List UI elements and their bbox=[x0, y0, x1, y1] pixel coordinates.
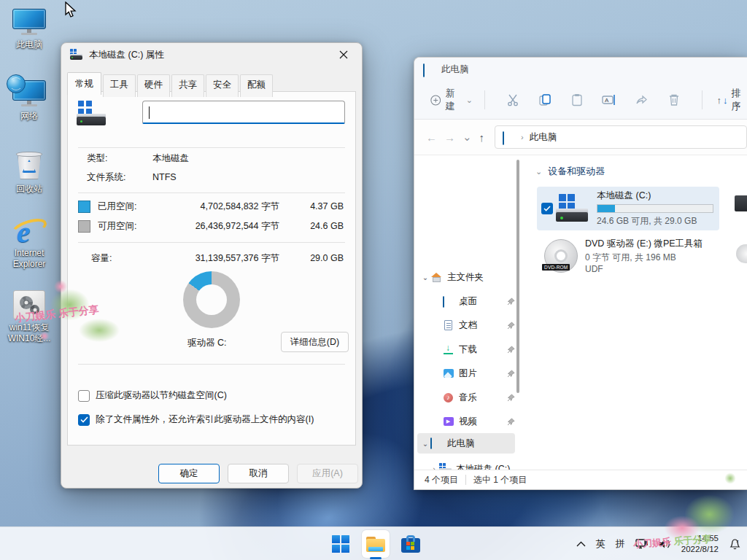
tab-quota[interactable]: 配额 bbox=[240, 74, 273, 97]
up-button[interactable]: ↑ bbox=[479, 131, 485, 144]
cut-button[interactable] bbox=[497, 93, 529, 106]
new-button-label: 新建 bbox=[445, 87, 461, 113]
delete-button[interactable] bbox=[658, 93, 690, 106]
breadcrumb[interactable]: 此电脑 bbox=[530, 131, 557, 144]
chevron-expanded-icon[interactable]: ⌄ bbox=[420, 440, 430, 448]
drive-letter-label: 驱动器 C: bbox=[187, 337, 226, 349]
ime-indicator[interactable]: 拼 bbox=[616, 537, 625, 551]
drive-item-dvd-e[interactable]: DVD-ROM DVD 驱动器 (E:) 微PE工具箱 0 字节 可用, 共 1… bbox=[537, 234, 719, 278]
chevron-expanded-icon[interactable]: ⌄ bbox=[420, 273, 430, 281]
nav-desktop[interactable]: 桌面 bbox=[417, 291, 515, 311]
nav-this-pc[interactable]: ⌄ 此电脑 bbox=[417, 433, 515, 454]
free-space-size: 24.6 GB bbox=[298, 221, 344, 231]
recycle-bin-icon bbox=[15, 150, 44, 181]
selected-checkbox[interactable] bbox=[541, 203, 553, 214]
partial-drive-item[interactable] bbox=[736, 244, 747, 263]
address-bar[interactable]: › 此电脑 bbox=[495, 125, 747, 149]
index-checkbox[interactable] bbox=[78, 414, 90, 426]
type-value: 本地磁盘 bbox=[152, 152, 189, 165]
rename-button[interactable]: A bbox=[593, 93, 625, 106]
dialog-titlebar[interactable]: 本地磁盘 (C:) 属性 bbox=[61, 43, 362, 66]
tab-general[interactable]: 常规 bbox=[67, 72, 101, 95]
new-button[interactable]: 新建 ⌄ bbox=[430, 87, 473, 113]
breadcrumb-chevron: › bbox=[521, 133, 524, 141]
explorer-titlebar[interactable]: 此电脑 bbox=[414, 58, 747, 81]
cancel-button[interactable]: 取消 bbox=[228, 464, 289, 483]
tab-sharing[interactable]: 共享 bbox=[171, 74, 204, 97]
nav-local-disk-c[interactable]: › 本地磁盘 (C:) bbox=[417, 459, 515, 470]
tab-security[interactable]: 安全 bbox=[206, 74, 239, 97]
navigation-pane: ⌄ 主文件夹 桌面 文档 ↓ bbox=[414, 155, 522, 470]
desktop-icon-label: win11恢复 WIN10经... bbox=[1, 322, 58, 344]
desktop-icon-label: 此电脑 bbox=[16, 39, 42, 50]
taskbar-microsoft-store[interactable] bbox=[397, 530, 425, 558]
details-button[interactable]: 详细信息(D) bbox=[281, 332, 349, 352]
capacity-size: 29.0 GB bbox=[298, 253, 344, 263]
filesystem-label: 文件系统: bbox=[87, 171, 152, 184]
apply-button: 应用(A) bbox=[297, 464, 358, 483]
nav-documents[interactable]: 文档 bbox=[417, 315, 515, 335]
drive-item-c[interactable]: 本地磁盘 (C:) 24.6 GB 可用, 共 29.0 GB bbox=[537, 187, 719, 230]
free-space-legend-swatch bbox=[78, 220, 90, 233]
desktop-icon-label: 网络 bbox=[20, 111, 38, 122]
desktop-icon-this-pc[interactable]: 此电脑 bbox=[0, 9, 58, 50]
nav-home[interactable]: ⌄ 主文件夹 bbox=[417, 267, 515, 287]
content-pane: ⌄ 设备和驱动器 本地磁盘 (C:) 24.6 GB 可用, 共 29.0 GB bbox=[530, 155, 747, 470]
drive-name: DVD 驱动器 (E:) 微PE工具箱 bbox=[585, 238, 703, 250]
drive-usage-bar bbox=[597, 204, 713, 213]
music-icon: ♪ bbox=[442, 393, 454, 402]
nav-downloads[interactable]: ↓ 下载 bbox=[417, 339, 515, 359]
desktop-icon-recycle-bin[interactable]: 回收站 bbox=[0, 150, 58, 195]
hidden-icons-chevron[interactable] bbox=[576, 541, 586, 547]
paste-button[interactable] bbox=[561, 93, 593, 106]
index-checkbox-row[interactable]: 除了文件属性外，还允许索引此驱动器上文件的内容(I) bbox=[78, 413, 314, 426]
network-icon[interactable] bbox=[635, 539, 649, 550]
rename-icon: A bbox=[602, 93, 616, 106]
volume-label-input[interactable] bbox=[142, 101, 345, 124]
volume-icon[interactable] bbox=[659, 539, 671, 549]
close-icon[interactable] bbox=[333, 47, 355, 63]
dialog-tabs: 常规 工具 硬件 共享 安全 配额 bbox=[61, 72, 362, 95]
copy-button[interactable] bbox=[529, 93, 561, 106]
back-button[interactable]: ← bbox=[426, 131, 437, 144]
tab-tools[interactable]: 工具 bbox=[103, 74, 136, 97]
type-label: 类型: bbox=[87, 152, 152, 165]
recent-locations-chevron[interactable]: ⌄ bbox=[462, 131, 472, 144]
drive-filesystem: UDF bbox=[585, 264, 703, 274]
explorer-statusbar: 4 个项目 选中 1 个项目 bbox=[414, 470, 747, 489]
pin-icon bbox=[507, 298, 515, 306]
tab-hardware[interactable]: 硬件 bbox=[137, 74, 170, 97]
this-pc-icon bbox=[430, 438, 443, 448]
compress-checkbox-row[interactable]: 压缩此驱动器以节约磁盘空间(C) bbox=[78, 389, 227, 402]
nav-videos[interactable]: ▶ 视频 bbox=[417, 411, 515, 432]
desktop: 此电脑 网络 回收站 e Internet Explorer win11恢复 W… bbox=[0, 0, 747, 560]
nav-music[interactable]: ♪ 音乐 bbox=[417, 387, 515, 408]
start-button[interactable] bbox=[327, 530, 355, 558]
forward-button[interactable]: → bbox=[444, 131, 455, 144]
tray-clock[interactable]: 14:55 2022/8/12 bbox=[681, 533, 719, 555]
desktop-icon-network[interactable]: 网络 bbox=[0, 80, 58, 122]
taskbar-file-explorer[interactable] bbox=[362, 530, 390, 558]
gears-icon bbox=[13, 290, 45, 319]
index-checkbox-label: 除了文件属性外，还允许索引此驱动器上文件的内容(I) bbox=[96, 413, 314, 426]
nav-scrollbar[interactable] bbox=[516, 160, 519, 393]
desktop-icon-internet-explorer[interactable]: e Internet Explorer bbox=[0, 213, 58, 270]
taskbar: 英 拼 14:55 2022/8/12 z bbox=[0, 526, 747, 560]
drive-icon bbox=[70, 49, 83, 61]
ok-button[interactable]: 确定 bbox=[158, 464, 220, 483]
copy-icon bbox=[538, 93, 551, 106]
group-header-devices[interactable]: ⌄ 设备和驱动器 bbox=[535, 165, 605, 178]
sort-button-label: 排序 bbox=[732, 87, 747, 113]
downloads-icon: ↓ bbox=[442, 344, 454, 354]
used-space-bytes: 4,702,584,832 字节 bbox=[155, 201, 298, 213]
folder-icon bbox=[366, 537, 385, 552]
nav-pictures[interactable]: 图片 bbox=[417, 363, 515, 384]
compress-checkbox[interactable] bbox=[78, 390, 90, 402]
partial-drive-item[interactable] bbox=[735, 195, 747, 211]
language-indicator[interactable]: 英 bbox=[596, 537, 605, 551]
sort-button[interactable]: ↑↓ 排序 bbox=[717, 87, 747, 113]
used-space-label: 已用空间: bbox=[98, 201, 155, 213]
notification-bell-icon[interactable]: z bbox=[729, 538, 741, 551]
share-button[interactable] bbox=[625, 93, 657, 106]
desktop-icon-win11-restore[interactable]: win11恢复 WIN10经... bbox=[0, 290, 58, 344]
